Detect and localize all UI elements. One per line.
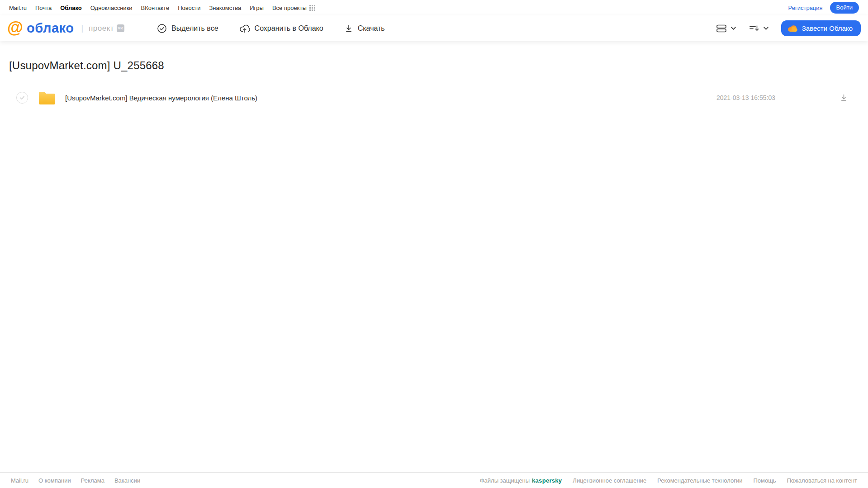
protected-label: Файлы защищены: [480, 477, 530, 484]
nav-mailru[interactable]: Mail.ru: [9, 5, 27, 11]
select-all-label: Выделить все: [171, 24, 218, 33]
footer-about-link[interactable]: О компании: [38, 477, 71, 484]
download-label: Скачать: [358, 24, 385, 33]
footer-ads-link[interactable]: Реклама: [81, 477, 104, 484]
nav-all-projects[interactable]: Все проекты: [272, 5, 315, 11]
grid-icon[interactable]: [309, 5, 315, 11]
create-cloud-button[interactable]: Завести Облако: [781, 20, 861, 36]
cloud-logo[interactable]: @ облако | проект VK: [7, 21, 124, 36]
nav-vkontakte[interactable]: ВКонтакте: [141, 5, 170, 11]
chevron-down-icon: [730, 25, 737, 32]
file-list: [UsupovMarket.com] Ведическая нумерологи…: [9, 85, 859, 110]
main-content: [UsupovMarket.com] U_255668: [0, 41, 868, 472]
portal-nav: Mail.ru Почта Облако Одноклассники ВКонт…: [9, 5, 315, 11]
footer-right-links: Файлы защищеныkaspersky Лицензионное сог…: [480, 477, 857, 484]
portal-topbar: Mail.ru Почта Облако Одноклассники ВКонт…: [0, 0, 868, 15]
vk-badge-icon: VK: [117, 24, 124, 32]
nav-znakomstva[interactable]: Знакомства: [209, 5, 241, 11]
row-download-icon[interactable]: [840, 94, 848, 102]
mailru-at-icon: @: [7, 19, 23, 36]
project-label: проект: [89, 24, 114, 33]
nav-novosti[interactable]: Новости: [178, 5, 200, 11]
download-button[interactable]: Скачать: [344, 24, 385, 33]
footer-license-link[interactable]: Лицензионное соглашение: [573, 477, 646, 484]
sort-control[interactable]: [749, 24, 769, 33]
nav-oblako[interactable]: Облако: [60, 5, 82, 11]
topbar-auth: Регистрация Войти: [788, 2, 859, 14]
login-button[interactable]: Войти: [830, 2, 859, 14]
nav-igry[interactable]: Игры: [250, 5, 264, 11]
check-circle-icon: [157, 24, 167, 33]
download-icon: [344, 24, 353, 33]
file-row[interactable]: [UsupovMarket.com] Ведическая нумерологи…: [9, 85, 859, 110]
footer-recommend-tech-link[interactable]: Рекомендательные технологии: [657, 477, 742, 484]
logo-separator: |: [81, 24, 83, 33]
footer-mailru-link[interactable]: Mail.ru: [11, 477, 28, 484]
nav-pochta[interactable]: Почта: [35, 5, 52, 11]
footer-jobs-link[interactable]: Вакансии: [114, 477, 140, 484]
row-checkbox[interactable]: [16, 92, 28, 104]
project-vk-label: проект VK: [89, 24, 124, 33]
register-link[interactable]: Регистрация: [788, 5, 823, 11]
chevron-down-icon: [763, 25, 769, 32]
sort-icon: [749, 24, 759, 33]
check-icon: [19, 95, 25, 101]
cloud-header: @ облако | проект VK Выделить все: [0, 15, 868, 41]
save-to-cloud-button[interactable]: Сохранить в Облако: [239, 24, 323, 33]
kaspersky-logo[interactable]: kaspersky: [532, 477, 562, 484]
nav-all-projects-label[interactable]: Все проекты: [272, 5, 307, 11]
file-name[interactable]: [UsupovMarket.com] Ведическая нумерологи…: [65, 94, 716, 102]
view-mode-control[interactable]: [716, 24, 737, 33]
footer-left-links: Mail.ru О компании Реклама Вакансии: [11, 477, 140, 484]
create-cloud-label: Завести Облако: [802, 24, 853, 32]
page-title: [UsupovMarket.com] U_255668: [9, 59, 859, 72]
list-view-icon: [716, 24, 727, 33]
folder-icon: [38, 90, 56, 105]
file-date: 2021-03-13 16:55:03: [716, 94, 775, 101]
cloud-upload-icon: [239, 24, 250, 33]
header-right-controls: Завести Облако: [716, 20, 861, 36]
select-all-button[interactable]: Выделить все: [157, 24, 218, 33]
cloud-brand-icon: [787, 24, 798, 33]
save-to-cloud-label: Сохранить в Облако: [255, 24, 323, 33]
footer-report-content-link[interactable]: Пожаловаться на контент: [787, 477, 857, 484]
kaspersky-protected: Файлы защищеныkaspersky: [480, 477, 562, 484]
file-toolbar: Выделить все Сохранить в Облако Скачат: [157, 24, 385, 33]
footer: Mail.ru О компании Реклама Вакансии Файл…: [0, 472, 868, 488]
nav-odnoklassniki[interactable]: Одноклассники: [90, 5, 133, 11]
logo-wordmark: облако: [27, 21, 74, 36]
footer-help-link[interactable]: Помощь: [753, 477, 776, 484]
